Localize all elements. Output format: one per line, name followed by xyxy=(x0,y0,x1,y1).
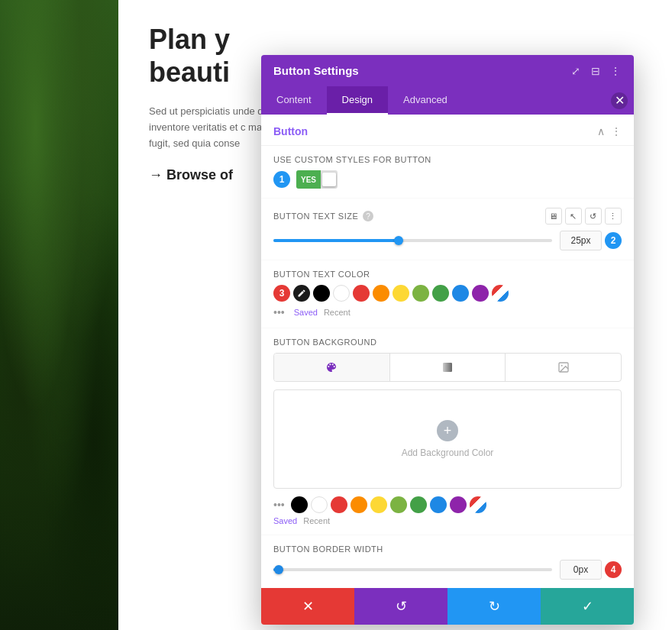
columns-icon[interactable]: ⊟ xyxy=(590,65,602,77)
text-size-value-wrap: 2 xyxy=(560,231,622,250)
svg-rect-0 xyxy=(443,363,452,372)
swatch-black[interactable] xyxy=(313,285,330,302)
svg-point-2 xyxy=(561,365,562,367)
text-size-slider-row: 2 xyxy=(273,231,622,250)
border-width-slider-row: 4 xyxy=(273,560,622,580)
text-size-help-icon[interactable]: ? xyxy=(363,211,373,221)
border-width-slider[interactable] xyxy=(273,564,552,575)
border-width-value-wrap: 4 xyxy=(560,560,622,580)
bg-swatch-white[interactable] xyxy=(311,496,328,513)
bg-swatch-purple[interactable] xyxy=(450,496,467,513)
bg-swatch-green-light[interactable] xyxy=(390,496,407,513)
text-color-field: Button Text Color 3 ••• Saved xyxy=(261,260,634,328)
button-section-header: Button ∧ ⋮ xyxy=(261,115,634,146)
bg-type-tabs xyxy=(273,353,622,382)
border-width-input[interactable] xyxy=(560,560,602,580)
modal-body: Button ∧ ⋮ Use Custom Styles For Button … xyxy=(261,115,634,588)
bg-swatch-stripe[interactable] xyxy=(470,496,486,513)
swatch-blue[interactable] xyxy=(452,285,469,302)
toggle-handle xyxy=(322,173,336,186)
tab-design[interactable]: Design xyxy=(327,86,388,115)
swatch-purple[interactable] xyxy=(472,285,489,302)
left-background xyxy=(0,0,118,630)
bg-dots[interactable]: ••• xyxy=(273,499,285,511)
bg-tab-gradient[interactable] xyxy=(390,354,506,381)
text-color-dots[interactable]: ••• xyxy=(273,306,285,318)
modal-header-icons: ⤢ ⊟ ⋮ xyxy=(570,65,622,77)
text-size-input[interactable] xyxy=(560,231,602,250)
confirm-button[interactable]: ✓ xyxy=(541,588,634,625)
swatch-green[interactable] xyxy=(432,285,449,302)
custom-styles-field: Use Custom Styles For Button 1 YES xyxy=(261,146,634,199)
redo-button[interactable]: ↻ xyxy=(447,588,541,625)
collapse-icon[interactable]: ∧ xyxy=(597,125,605,137)
tree-image xyxy=(0,0,118,630)
badge-2: 2 xyxy=(605,232,622,249)
custom-styles-label: Use Custom Styles For Button xyxy=(273,155,622,164)
bg-saved[interactable]: Saved xyxy=(273,516,297,525)
badge-1: 1 xyxy=(273,171,290,188)
text-size-reset-icon[interactable]: ↺ xyxy=(585,208,602,225)
add-bg-plus-icon[interactable]: + xyxy=(437,420,458,441)
swatch-white[interactable] xyxy=(333,285,350,302)
text-size-field: Button Text Size ? 🖥 ↖ ↺ ⋮ xyxy=(261,199,634,260)
bg-swatch-yellow[interactable] xyxy=(370,496,387,513)
modal-header: Button Settings ⤢ ⊟ ⋮ xyxy=(261,55,634,86)
text-size-more-icon[interactable]: ⋮ xyxy=(605,208,622,225)
tab-advanced[interactable]: Advanced xyxy=(388,86,463,115)
badge-4: 4 xyxy=(605,561,622,578)
swatch-green-light[interactable] xyxy=(412,285,429,302)
button-settings-modal: Button Settings ⤢ ⊟ ⋮ Content Design Adv… xyxy=(261,55,634,625)
bg-recent[interactable]: Recent xyxy=(303,516,330,525)
modal-close-button[interactable]: ✕ xyxy=(611,92,628,109)
bg-swatch-green[interactable] xyxy=(410,496,427,513)
bg-swatch-orange[interactable] xyxy=(351,496,367,513)
swatch-yellow[interactable] xyxy=(393,285,409,302)
tab-content[interactable]: Content xyxy=(261,86,327,115)
text-color-saved[interactable]: Saved xyxy=(294,308,318,317)
border-width-field: Button Border Width 4 xyxy=(261,535,634,588)
bg-field: Button Background + Add Background Color… xyxy=(261,328,634,535)
modal-tabs: Content Design Advanced ✕ xyxy=(261,86,634,115)
bg-swatch-red[interactable] xyxy=(331,496,347,513)
badge-3: 3 xyxy=(273,285,290,302)
bg-tab-image[interactable] xyxy=(506,354,621,381)
modal-title: Button Settings xyxy=(273,64,359,77)
swatch-red[interactable] xyxy=(353,285,370,302)
border-width-label: Button Border Width xyxy=(273,544,622,554)
expand-icon[interactable]: ⤢ xyxy=(570,65,582,77)
undo-button[interactable]: ↺ xyxy=(354,588,447,625)
text-size-cursor-icon[interactable]: ↖ xyxy=(565,208,582,225)
text-size-tools: 🖥 ↖ ↺ ⋮ xyxy=(545,208,622,225)
bg-swatch-blue[interactable] xyxy=(430,496,447,513)
section-title: Button xyxy=(273,125,308,137)
add-bg-text: Add Background Color xyxy=(402,447,494,458)
toggle-yes-label: YES xyxy=(296,170,321,189)
bg-color-box: + Add Background Color xyxy=(273,389,622,489)
custom-styles-toggle[interactable]: YES xyxy=(296,170,338,189)
text-color-recent[interactable]: Recent xyxy=(324,308,351,317)
text-size-slider[interactable] xyxy=(273,235,552,246)
cancel-button[interactable]: ✕ xyxy=(261,588,354,625)
swatch-stripe[interactable] xyxy=(492,285,509,302)
swatch-orange[interactable] xyxy=(373,285,389,302)
bg-swatch-black[interactable] xyxy=(291,496,308,513)
section-more-icon[interactable]: ⋮ xyxy=(611,125,622,137)
more-icon[interactable]: ⋮ xyxy=(609,65,622,77)
text-size-desktop-icon[interactable]: 🖥 xyxy=(545,208,562,225)
text-size-label: Button Text Size ? 🖥 ↖ ↺ ⋮ xyxy=(273,208,622,225)
section-header-controls: ∧ ⋮ xyxy=(597,125,622,137)
color-picker-icon[interactable] xyxy=(293,285,310,302)
text-color-label: Button Text Color xyxy=(273,270,622,279)
bg-tab-color[interactable] xyxy=(274,354,390,381)
bg-label: Button Background xyxy=(273,338,622,347)
custom-styles-toggle-row: 1 YES xyxy=(273,170,622,189)
modal-footer: ✕ ↺ ↻ ✓ xyxy=(261,588,634,625)
